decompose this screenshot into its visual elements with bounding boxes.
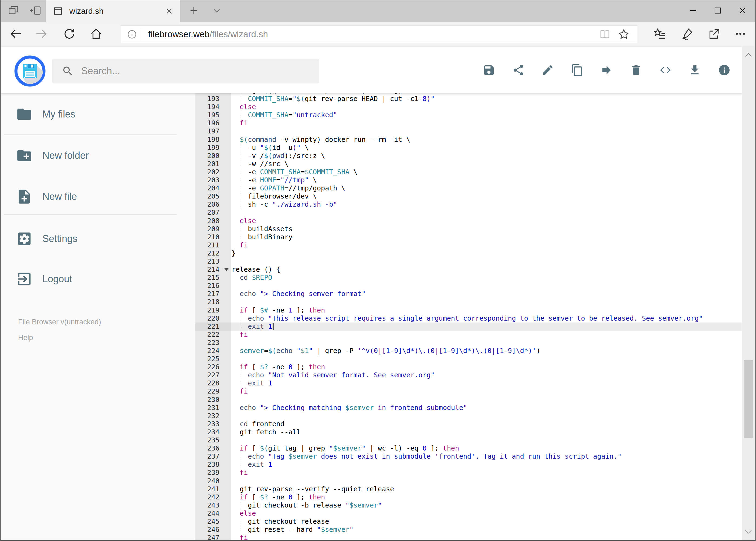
url-bar[interactable]: filebrowser.web/files/wizard.sh — [121, 25, 637, 43]
gutter-line-number[interactable]: 201 — [195, 160, 231, 168]
scrollbar-thumb[interactable] — [744, 360, 753, 438]
code-line[interactable] — [231, 209, 742, 217]
gutter-line-number[interactable]: 224 — [195, 347, 231, 355]
code-line[interactable]: git checkout -b release "$semver" — [231, 501, 742, 509]
gutter-line-number[interactable]: 204 — [195, 184, 231, 192]
sidebar-item-settings[interactable]: Settings — [16, 230, 78, 248]
code-line[interactable]: git fetch --all — [231, 428, 742, 436]
code-line[interactable]: if [ $# -ne 1 ]; then — [231, 306, 742, 314]
info-button[interactable] — [718, 64, 731, 76]
gutter-line-number[interactable]: 209 — [195, 225, 231, 233]
sidebar-item-new-file[interactable]: New file — [16, 188, 77, 206]
scroll-down-button[interactable] — [742, 526, 755, 538]
code-line[interactable]: else — [231, 217, 742, 225]
code-line[interactable] — [231, 298, 742, 306]
code-line[interactable]: -e GOPATH=//tmp/gopath \ — [231, 184, 742, 192]
gutter-line-number[interactable]: 231 — [195, 404, 231, 412]
gutter-line-number[interactable]: 220 — [195, 314, 231, 322]
hub-button[interactable] — [649, 22, 671, 47]
gutter-line-number[interactable]: 208 — [195, 217, 231, 225]
gutter-line-number[interactable]: 202 — [195, 168, 231, 176]
annotate-button[interactable] — [677, 22, 698, 47]
gutter-line-number[interactable]: 230 — [195, 396, 231, 404]
gutter-line-number[interactable]: 239 — [195, 469, 231, 477]
code-line[interactable]: filebrowser/dev \ — [231, 192, 742, 201]
code-line[interactable]: $(command -v winpty) docker run --rm -it… — [231, 136, 742, 144]
gutter-line-number[interactable]: 195 — [195, 111, 231, 119]
maximize-button[interactable] — [705, 0, 730, 22]
code-line[interactable]: git checkout release — [231, 517, 742, 526]
save-button[interactable] — [483, 64, 495, 76]
gutter-line-number[interactable]: 203 — [195, 176, 231, 184]
delete-button[interactable] — [630, 64, 642, 76]
gutter-line-number[interactable]: 241 — [195, 485, 231, 493]
code-line[interactable]: buildAssets — [231, 225, 742, 233]
code-line[interactable] — [231, 412, 742, 420]
back-button[interactable] — [5, 22, 27, 47]
forward-button[interactable] — [31, 22, 52, 47]
code-line[interactable]: -e COMMIT_SHA=$COMMIT_SHA \ — [231, 168, 742, 176]
code-line[interactable] — [231, 477, 742, 485]
gutter-line-number[interactable]: 212 — [195, 249, 231, 258]
code-line[interactable]: -w //src \ — [231, 160, 742, 168]
move-button[interactable] — [600, 64, 613, 76]
gutter-line-number[interactable]: 245 — [195, 517, 231, 526]
gutter-line-number[interactable]: 227 — [195, 371, 231, 379]
code-editor[interactable]: 1921931941951961971981992002012022032042… — [195, 93, 742, 540]
url-text[interactable]: filebrowser.web/files/wizard.sh — [148, 29, 599, 39]
code-line[interactable]: fi — [231, 241, 742, 249]
gutter-line-number[interactable]: 197 — [195, 127, 231, 135]
code-line[interactable]: else — [231, 103, 742, 111]
new-tab-button[interactable] — [183, 0, 205, 22]
close-tab-icon[interactable] — [165, 7, 173, 15]
code-line[interactable]: if [ $(git tag | grep "$semver" | wc -l)… — [231, 444, 742, 452]
code-line[interactable]: echo "> Checking matching $semver in fro… — [231, 404, 742, 412]
code-line[interactable]: buildBinary — [231, 233, 742, 241]
code-line[interactable]: if [ $? -ne 0 ]; then — [231, 493, 742, 501]
gutter-line-number[interactable]: 225 — [195, 355, 231, 363]
code-line[interactable]: sh -c "./wizard.sh -b" — [231, 201, 742, 209]
gutter-line-number[interactable]: 193 — [195, 95, 231, 103]
tab-wizard-sh[interactable]: wizard.sh — [46, 0, 180, 22]
code-line[interactable]: echo "> Checking semver format" — [231, 290, 742, 298]
code-line[interactable]: fi — [231, 534, 742, 540]
gutter-line-number[interactable]: 238 — [195, 460, 231, 469]
download-button[interactable] — [688, 64, 701, 76]
tab-preview-button[interactable] — [2, 0, 25, 22]
gutter-line-number[interactable]: 218 — [195, 298, 231, 306]
gutter-line-number[interactable]: 198 — [195, 136, 231, 144]
code-line[interactable] — [231, 355, 742, 363]
gutter-line-number[interactable]: 244 — [195, 509, 231, 517]
refresh-button[interactable] — [59, 22, 80, 47]
code-line[interactable]: exit 1 — [231, 379, 742, 387]
code-line[interactable] — [231, 127, 742, 135]
code-line[interactable]: fi — [231, 387, 742, 395]
gutter-line-number[interactable]: 235 — [195, 436, 231, 444]
copy-button[interactable] — [571, 64, 584, 76]
gutter-line-number[interactable]: 247 — [195, 534, 231, 540]
code-line[interactable]: echo "Not valid semver format. See semve… — [231, 371, 742, 379]
code-line[interactable]: fi — [231, 469, 742, 477]
gutter-line-number[interactable]: 207 — [195, 209, 231, 217]
gutter-line-number[interactable]: 217 — [195, 290, 231, 298]
gutter-line-number[interactable]: 205 — [195, 192, 231, 201]
set-tabs-aside-button[interactable] — [25, 0, 47, 22]
home-button[interactable] — [85, 22, 107, 47]
gutter-line-number[interactable]: 228 — [195, 379, 231, 387]
filebrowser-logo[interactable] — [14, 55, 46, 87]
code-line[interactable]: git reset --hard "$semver" — [231, 526, 742, 534]
gutter-line-number[interactable]: 223 — [195, 339, 231, 347]
fold-arrow-icon[interactable] — [224, 268, 229, 271]
gutter-line-number[interactable]: 237 — [195, 452, 231, 460]
code-line[interactable] — [231, 258, 742, 266]
raw-code-button[interactable] — [659, 64, 672, 76]
code-line[interactable]: echo "Tag $semver does not exist in subm… — [231, 452, 742, 460]
code-line[interactable] — [231, 436, 742, 444]
gutter-line-number[interactable]: 213 — [195, 258, 231, 266]
code-line[interactable]: } — [231, 249, 742, 258]
code-line[interactable] — [231, 339, 742, 347]
gutter-line-number[interactable]: 211 — [195, 241, 231, 249]
more-button[interactable] — [730, 22, 751, 47]
code-line[interactable]: exit 1 — [231, 322, 742, 330]
gutter-line-number[interactable]: 246 — [195, 526, 231, 534]
